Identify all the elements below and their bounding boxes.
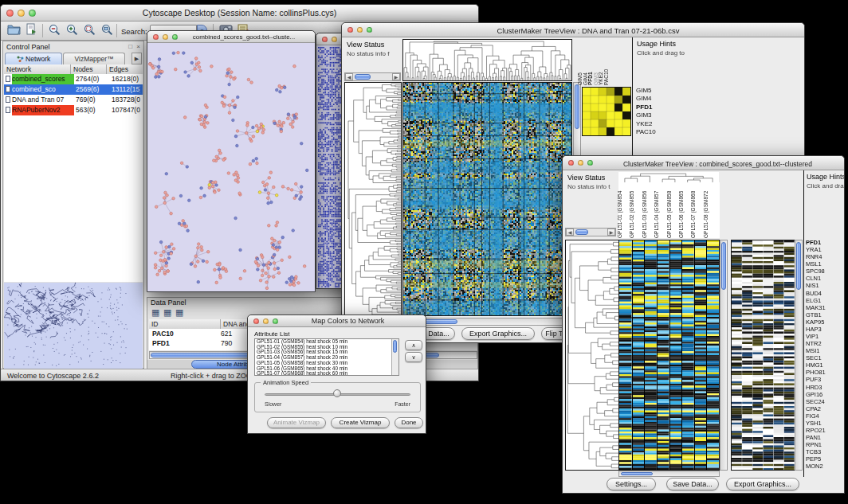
status-pane-hscroll[interactable]: ◀▶	[565, 228, 616, 236]
titlebar[interactable]: combined_scores_good.txt--cluste...	[147, 31, 315, 43]
gene-label[interactable]: VIP1	[806, 334, 845, 341]
column-label[interactable]: GPL51-06 (GSM865	[678, 191, 684, 238]
gene-label[interactable]: HAP3	[806, 326, 845, 334]
matrix-column-label[interactable]: GIM5	[577, 72, 583, 85]
gene-label[interactable]: PFD1	[806, 240, 845, 247]
network-list-row[interactable]: RNAPuberNov2563(0)107847(0)	[4, 105, 143, 115]
attribute-list[interactable]: GPL51-01 (GSM854) heat shock 05 minGPL51…	[254, 338, 399, 376]
attribute-list-scrollbar[interactable]	[391, 339, 398, 375]
zoom-selected-icon[interactable]	[81, 23, 97, 38]
column-label[interactable]: GPL51-03 (GSM856	[642, 191, 647, 238]
gene-label[interactable]: MSL1	[806, 261, 845, 268]
export-graphics-button[interactable]: Export Graphics...	[461, 327, 535, 340]
column-label[interactable]: GPL51-04 (GSM857	[654, 191, 659, 238]
minimize-icon[interactable]	[357, 27, 363, 33]
minimize-icon[interactable]	[163, 34, 168, 40]
more-tabs-button[interactable]: ▶	[132, 53, 142, 64]
column-header-nodes[interactable]: Nodes	[71, 64, 107, 74]
gene-label[interactable]: CPA2	[806, 406, 845, 413]
gene-label[interactable]: RPN1	[806, 442, 845, 449]
gene-label[interactable]: NIS1	[806, 283, 845, 290]
gene-label[interactable]: PUF3	[806, 377, 845, 384]
gene-label[interactable]: PAN1	[806, 435, 845, 442]
gene-label[interactable]: ELG1	[806, 298, 845, 305]
scroll-left-icon[interactable]: ◀	[566, 229, 574, 236]
speed-slider-thumb[interactable]	[333, 389, 341, 397]
gene-label[interactable]: SEC24	[806, 399, 845, 406]
hscroll-thumb[interactable]	[621, 472, 653, 475]
gene-label[interactable]: KAP95	[806, 319, 845, 326]
open-session-icon[interactable]	[6, 23, 22, 38]
titlebar[interactable]: Map Colors to Network	[248, 315, 426, 327]
gene-label[interactable]: GTB1	[806, 312, 845, 319]
create-vizmap-button[interactable]: Create Vizmap	[331, 417, 390, 428]
scroll-thumb[interactable]	[575, 229, 588, 235]
heatmap-secondary[interactable]	[731, 240, 795, 471]
scroll-right-icon[interactable]: ▶	[392, 73, 400, 80]
create-attribute-icon[interactable]: ▦	[163, 307, 171, 318]
scroll-thumb[interactable]	[355, 74, 371, 80]
move-down-button[interactable]: ∨	[405, 352, 422, 362]
column-label[interactable]: GPL51-05 (GSM858	[666, 191, 672, 238]
gene-label[interactable]: GPI16	[806, 392, 845, 399]
zoom-fit-icon[interactable]	[99, 23, 115, 38]
zoom-out-icon[interactable]	[46, 23, 62, 38]
scroll-left-icon[interactable]: ◀	[345, 73, 353, 80]
gene-label[interactable]: MON2	[806, 463, 845, 471]
import-network-icon[interactable]	[23, 23, 39, 38]
gene-label[interactable]: FIG4	[806, 413, 845, 420]
network-list-row[interactable]: combined_scores2764(0)16218(0)	[4, 74, 143, 84]
gene-label[interactable]: NTR2	[806, 341, 845, 348]
gene-label[interactable]: YSH1	[806, 420, 845, 428]
gene-label[interactable]: HRD3	[806, 385, 845, 392]
titlebar[interactable]: ClusterMaker TreeView : DNA and Tran 07-…	[342, 23, 804, 37]
select-attributes-icon[interactable]: ▦	[151, 307, 159, 318]
gene-label[interactable]: CLN1	[806, 275, 845, 283]
animate-vizmap-button[interactable]: Animate Vizmap	[267, 417, 326, 428]
row-dendrogram[interactable]	[565, 240, 619, 471]
network-view[interactable]	[147, 43, 315, 291]
close-icon[interactable]	[6, 10, 14, 17]
heatmap-main[interactable]	[618, 240, 720, 471]
column-label[interactable]: GPL51-01 (GSM854	[617, 191, 622, 238]
minimize-icon[interactable]	[578, 160, 583, 166]
heatmap-hscroll[interactable]	[402, 318, 572, 326]
gene-label[interactable]: PHO81	[806, 369, 845, 377]
close-panel-icon[interactable]: ×	[136, 43, 140, 50]
matrix-row-label[interactable]: YKE2	[636, 120, 684, 128]
close-icon[interactable]	[153, 34, 159, 40]
similarity-matrix[interactable]	[582, 87, 631, 136]
column-header-id[interactable]: ID	[149, 319, 221, 329]
float-panel-icon[interactable]: □	[128, 43, 132, 50]
gene-label[interactable]: TCB3	[806, 449, 845, 456]
network-list-row[interactable]: DNA and Tran 07769(0)183728(0)	[4, 95, 143, 105]
gene-label[interactable]: MAK31	[806, 305, 845, 312]
gene-label[interactable]: HMG1	[806, 362, 845, 369]
move-up-button[interactable]: ∧	[405, 340, 422, 350]
scroll-right-icon[interactable]: ▶	[607, 229, 615, 236]
titlebar[interactable]: ClusterMaker TreeView : combined_scores_…	[563, 156, 844, 170]
matrix-row-label[interactable]: PAC10	[636, 128, 684, 136]
close-icon[interactable]	[322, 37, 328, 42]
vscroll-thumb[interactable]	[393, 340, 397, 353]
matrix-row-label[interactable]: GIM3	[636, 111, 684, 119]
matrix-row-label[interactable]: GIM5	[636, 87, 684, 95]
network-list-row[interactable]: combined_sco2569(6)13112(15)	[4, 84, 143, 95]
column-label[interactable]: GPL51-08 (GSM872	[703, 191, 709, 238]
column-header-network[interactable]: Network	[4, 64, 71, 74]
zoom-in-icon[interactable]	[64, 23, 80, 38]
status-pane-hscroll[interactable]: ◀▶	[344, 72, 401, 81]
minimize-icon[interactable]	[332, 37, 337, 42]
column-label[interactable]: GPL51-07 (GSM868	[690, 191, 696, 238]
tab-vizmapper[interactable]: VizMapper™	[63, 53, 125, 64]
matrix-row-label[interactable]: PFD1	[636, 104, 684, 111]
settings-button[interactable]: Settings...	[607, 478, 656, 490]
main-titlebar[interactable]: Cytoscape Desktop (Session Name: collins…	[1, 5, 478, 21]
gene-label[interactable]: BUD4	[806, 291, 845, 298]
tab-network[interactable]: Network	[5, 53, 62, 64]
done-button[interactable]: Done	[395, 417, 423, 428]
close-icon[interactable]	[568, 160, 574, 166]
minimize-icon[interactable]	[263, 318, 269, 324]
vscroll-thumb[interactable]	[721, 242, 726, 290]
maximize-icon[interactable]	[587, 160, 593, 166]
